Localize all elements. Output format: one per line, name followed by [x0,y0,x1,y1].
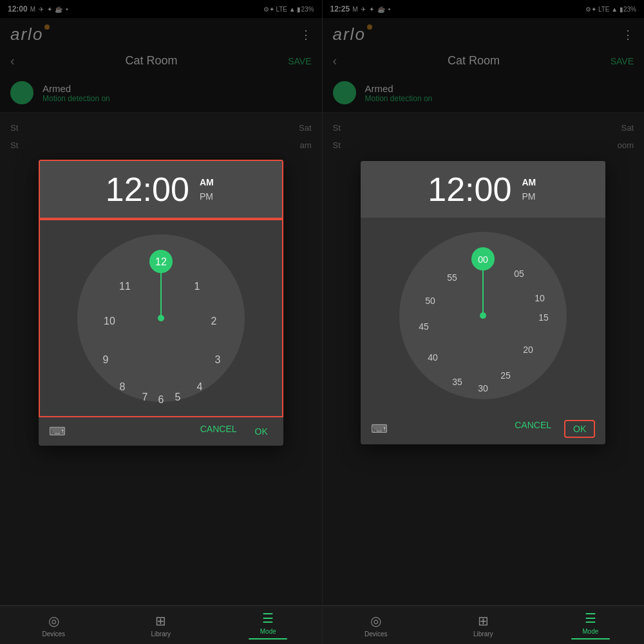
keyboard-icon-left[interactable]: ⌨ [49,424,66,439]
svg-text:45: 45 [419,321,429,332]
nav-devices-right[interactable]: ◎ Devices [323,613,430,638]
right-phone-panel: 12:25 M ✈ ✦ ☕ • ⚙✦ LTE ▲ ▮23% arlo ⋮ ‹ C… [323,0,645,644]
pm-button-left[interactable]: PM [197,190,216,203]
pm-button-right[interactable]: PM [519,190,538,203]
ok-button-right[interactable]: OK [564,420,595,438]
dialog-overlay-right: 12:00 AM PM 00 [323,0,645,605]
svg-text:35: 35 [452,377,462,387]
clock-area-left: 12 11 1 10 2 9 3 8 [39,219,283,417]
svg-point-5 [158,315,164,321]
nav-library-right[interactable]: ⊞ Library [430,613,537,638]
time-value-right: 12:00 [428,173,511,206]
nav-devices-left[interactable]: ◎ Devices [0,613,108,638]
svg-text:30: 30 [478,383,488,393]
mode-icon-left: ☰ [262,611,274,626]
nav-devices-label-left: Devices [42,630,65,638]
svg-text:2: 2 [211,316,216,327]
svg-text:05: 05 [514,269,524,279]
nav-library-left[interactable]: ⊞ Library [108,613,215,638]
footer-buttons-left: CANCEL OK [200,424,273,439]
time-value-left: 12:00 [106,173,189,206]
am-button-right[interactable]: AM [519,176,538,189]
devices-icon-left: ◎ [48,613,59,629]
bottom-nav-right: ◎ Devices ⊞ Library ☰ Mode [323,605,645,644]
mode-icon-right: ☰ [585,611,596,626]
bottom-nav-left: ◎ Devices ⊞ Library ☰ Mode [0,605,322,644]
svg-text:4: 4 [196,381,202,392]
nav-mode-label-left: Mode [260,628,276,635]
mode-underline-left [249,638,287,639]
time-dialog-right: 12:00 AM PM 00 [361,161,605,444]
dialog-footer-right: ⌨ CANCEL OK [361,413,605,444]
nav-library-label-left: Library [151,630,171,638]
am-button-left[interactable]: AM [197,176,216,189]
nav-mode-left[interactable]: ☰ Mode [214,611,322,639]
ampm-col-left: AM PM [197,176,216,203]
dialog-footer-left: ⌨ CANCEL OK [39,417,283,446]
dialog-overlay-left: 12:00 AM PM 12 [0,0,322,605]
svg-text:6: 6 [158,394,164,405]
svg-text:5: 5 [175,392,180,402]
svg-text:9: 9 [102,354,108,365]
svg-text:8: 8 [119,381,125,392]
time-display-right: 12:00 AM PM [361,161,605,218]
svg-text:10: 10 [104,316,115,327]
clock-svg-right: 00 05 10 15 20 25 30 [393,225,573,406]
clock-svg-left: 12 11 1 10 2 9 3 8 [71,228,251,408]
cancel-button-right[interactable]: CANCEL [515,420,551,438]
svg-text:25: 25 [500,370,511,381]
svg-text:40: 40 [428,352,438,363]
footer-buttons-right: CANCEL OK [515,420,595,438]
nav-devices-label-right: Devices [365,630,388,638]
cancel-button-left[interactable]: CANCEL [200,424,237,439]
svg-text:55: 55 [447,272,457,283]
svg-text:50: 50 [425,296,435,306]
nav-mode-label-right: Mode [582,628,598,635]
library-icon-right: ⊞ [478,613,489,629]
clock-area-right: 00 05 10 15 20 25 30 [361,218,605,413]
left-phone-panel: 12:00 M ✈ ✦ ☕ • ⚙✦ LTE ▲ ▮23% arlo ⋮ ‹ C… [0,0,322,644]
keyboard-icon-right[interactable]: ⌨ [371,422,388,436]
devices-icon-right: ◎ [370,613,381,629]
ampm-col-right: AM PM [519,176,538,203]
svg-text:20: 20 [523,345,533,355]
svg-text:10: 10 [535,293,545,303]
time-display-left: 12:00 AM PM [39,160,283,219]
svg-text:12: 12 [155,256,167,267]
svg-text:00: 00 [478,254,488,265]
time-dialog-left: 12:00 AM PM 12 [39,160,283,446]
svg-text:11: 11 [119,281,131,292]
nav-library-label-right: Library [473,630,493,638]
svg-text:15: 15 [538,312,549,323]
svg-point-22 [480,312,486,319]
nav-mode-right[interactable]: ☰ Mode [537,611,645,639]
library-icon-left: ⊞ [155,613,166,629]
svg-text:7: 7 [142,392,147,402]
svg-text:1: 1 [194,281,200,292]
mode-underline-right [571,638,610,639]
ok-button-left[interactable]: OK [250,424,273,439]
svg-text:3: 3 [214,354,220,365]
